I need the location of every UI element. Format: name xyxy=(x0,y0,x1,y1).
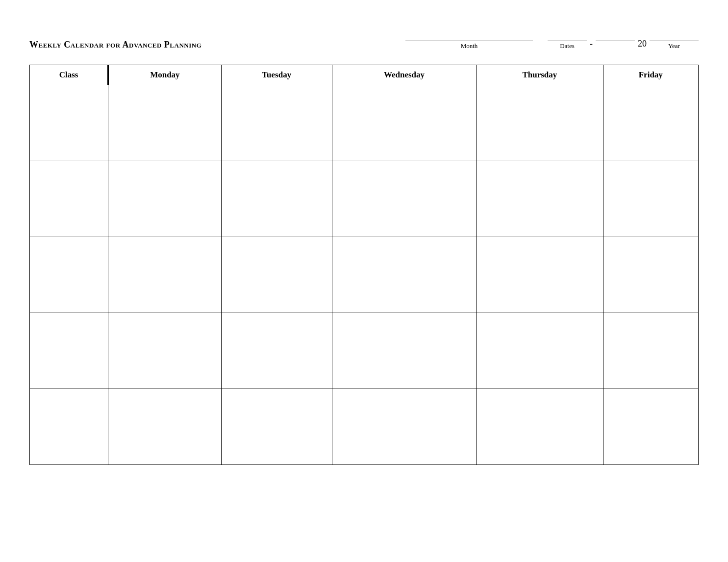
col-header-wednesday: Wednesday xyxy=(332,65,476,85)
col-header-tuesday: Tuesday xyxy=(221,65,332,85)
cell-monday-2[interactable] xyxy=(108,161,222,237)
month-label: Month xyxy=(461,42,478,50)
page-title: Weekly Calendar for Advanced Planning xyxy=(29,40,201,50)
table-row xyxy=(30,161,699,237)
cell-wednesday-3[interactable] xyxy=(332,237,476,313)
cell-friday-1[interactable] xyxy=(603,85,698,161)
cell-thursday-2[interactable] xyxy=(477,161,603,237)
cell-tuesday-5[interactable] xyxy=(221,389,332,465)
cell-thursday-5[interactable] xyxy=(477,389,603,465)
cell-tuesday-3[interactable] xyxy=(221,237,332,313)
dates-label2 xyxy=(614,42,616,50)
cell-monday-3[interactable] xyxy=(108,237,222,313)
col-header-class: Class xyxy=(30,65,108,85)
table-header-row: Class Monday Tuesday Wednesday Thursday … xyxy=(30,65,699,85)
cell-wednesday-2[interactable] xyxy=(332,161,476,237)
cell-class-2[interactable] xyxy=(30,161,108,237)
month-line xyxy=(405,29,533,41)
weekly-calendar-table: Class Monday Tuesday Wednesday Thursday … xyxy=(29,65,699,465)
dates-label: Dates xyxy=(560,42,575,50)
dates-field2 xyxy=(596,29,635,50)
cell-tuesday-1[interactable] xyxy=(221,85,332,161)
year-line xyxy=(650,29,699,41)
dates-year-group: Dates - 20 Year xyxy=(548,29,699,50)
cell-class-4[interactable] xyxy=(30,313,108,389)
month-field-group: Month xyxy=(405,29,533,50)
cell-class-5[interactable] xyxy=(30,389,108,465)
cell-monday-1[interactable] xyxy=(108,85,222,161)
dates-field: Dates xyxy=(548,29,587,50)
cell-thursday-3[interactable] xyxy=(477,237,603,313)
cell-tuesday-2[interactable] xyxy=(221,161,332,237)
header-fields: Month Dates - 20 Year xyxy=(405,29,699,50)
cell-monday-5[interactable] xyxy=(108,389,222,465)
cell-class-3[interactable] xyxy=(30,237,108,313)
cell-wednesday-5[interactable] xyxy=(332,389,476,465)
cell-wednesday-1[interactable] xyxy=(332,85,476,161)
cell-friday-4[interactable] xyxy=(603,313,698,389)
cell-thursday-4[interactable] xyxy=(477,313,603,389)
col-header-friday: Friday xyxy=(603,65,698,85)
table-row xyxy=(30,389,699,465)
dates-line2 xyxy=(596,29,635,41)
cell-friday-5[interactable] xyxy=(603,389,698,465)
cell-tuesday-4[interactable] xyxy=(221,313,332,389)
cell-thursday-1[interactable] xyxy=(477,85,603,161)
cell-monday-4[interactable] xyxy=(108,313,222,389)
cell-friday-3[interactable] xyxy=(603,237,698,313)
table-row xyxy=(30,237,699,313)
year-label: Year xyxy=(668,42,680,50)
dates-line xyxy=(548,29,587,41)
year-field: Year xyxy=(650,29,699,50)
cell-class-1[interactable] xyxy=(30,85,108,161)
table-row xyxy=(30,85,699,161)
cell-wednesday-4[interactable] xyxy=(332,313,476,389)
col-header-monday: Monday xyxy=(108,65,222,85)
col-header-thursday: Thursday xyxy=(477,65,603,85)
cell-friday-2[interactable] xyxy=(603,161,698,237)
table-row xyxy=(30,313,699,389)
year-value: 20 xyxy=(638,39,647,48)
page-header: Weekly Calendar for Advanced Planning Mo… xyxy=(29,29,699,50)
dash-separator: - xyxy=(590,39,593,48)
